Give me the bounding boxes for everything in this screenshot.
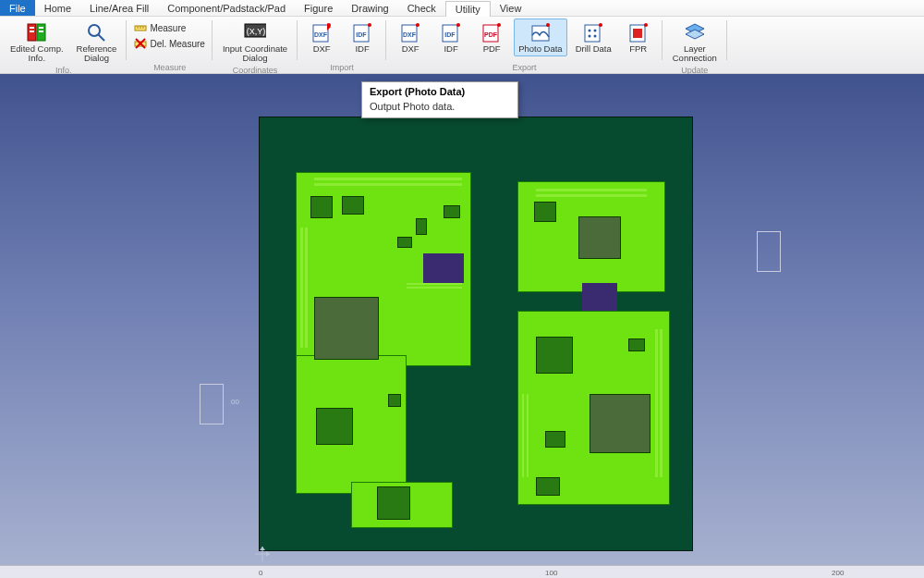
svg-text:IDF: IDF — [356, 31, 367, 38]
svg-point-22 — [368, 23, 371, 27]
marker-left-label: 00 — [231, 398, 239, 406]
export-fpr-label: FPR — [629, 44, 647, 54]
group-export-label: Export — [512, 63, 536, 73]
svg-marker-48 — [266, 551, 270, 557]
svg-text:DXF: DXF — [403, 31, 417, 38]
export-idf-button[interactable]: IDF IDF — [432, 18, 469, 56]
group-import: DXF DXF IDF IDF Import — [298, 17, 386, 73]
tab-view[interactable]: View — [491, 0, 531, 16]
ruler-tick-100: 100 — [545, 569, 557, 577]
layers-icon — [684, 21, 706, 43]
ribbon: Edited Comp. Info. Reference Dialog Info… — [0, 17, 924, 74]
svg-point-25 — [416, 23, 419, 27]
tooltip-export-photo-data: Export (Photo Data) Output Photo data. — [361, 81, 518, 118]
import-dxf-button[interactable]: DXF DXF — [303, 18, 340, 56]
svg-point-39 — [599, 23, 602, 27]
drill-data-icon — [582, 21, 604, 43]
group-import-label: Import — [330, 63, 354, 73]
origin-crosshair-icon — [255, 547, 270, 561]
svg-line-7 — [98, 34, 104, 41]
tooltip-body: Output Photo data. — [362, 99, 517, 117]
svg-point-19 — [327, 23, 331, 27]
svg-point-37 — [589, 35, 591, 38]
tab-line-area-fill[interactable]: Line/Area Fill — [80, 0, 158, 16]
svg-marker-44 — [686, 30, 704, 39]
group-measure-label: Measure — [153, 63, 186, 73]
import-dxf-label: DXF — [313, 44, 331, 54]
import-idf-label: IDF — [355, 44, 369, 54]
del-measure-label: Del. Measure — [150, 39, 204, 49]
layer-connection-button[interactable]: Layer Connection — [668, 18, 722, 66]
ruler-delete-icon — [134, 37, 147, 50]
svg-point-38 — [594, 35, 597, 38]
svg-rect-3 — [39, 27, 43, 29]
svg-rect-2 — [30, 27, 34, 29]
dxf-import-icon: DXF — [310, 21, 333, 43]
del-measure-button[interactable]: Del. Measure — [132, 36, 206, 51]
photo-data-icon — [529, 21, 552, 43]
group-info: Edited Comp. Info. Reference Dialog Info… — [0, 17, 127, 73]
magnifier-icon — [85, 21, 107, 43]
ruler-icon — [134, 21, 147, 34]
fpr-export-icon — [627, 21, 650, 43]
svg-rect-5 — [39, 31, 43, 32]
export-photo-data-label: Photo Data — [518, 44, 563, 54]
group-export: DXF DXF IDF IDF PDF PDF Photo Data Drill… — [386, 17, 663, 73]
idf-export-icon: IDF — [440, 21, 462, 43]
measure-button[interactable]: Measure — [132, 20, 206, 35]
group-update: Layer Connection Update — [663, 17, 727, 73]
svg-point-35 — [589, 30, 591, 32]
ruler-horizontal: 0 100 200 — [0, 565, 924, 578]
cursor-marker-right — [757, 231, 781, 272]
svg-rect-41 — [633, 29, 642, 38]
component-info-icon — [26, 21, 48, 43]
export-fpr-button[interactable]: FPR — [620, 18, 657, 56]
edited-comp-info-label: Edited Comp. Info. — [10, 44, 64, 63]
reference-dialog-label: Reference Dialog — [77, 44, 117, 63]
menu-bar: File Home Line/Area Fill Component/Padst… — [0, 0, 924, 17]
measure-label: Measure — [150, 23, 186, 33]
idf-import-icon: IDF — [351, 21, 373, 43]
xy-icon: (X,Y) — [244, 21, 266, 43]
export-drill-data-label: Drill Data — [576, 44, 612, 54]
svg-point-28 — [456, 23, 460, 27]
export-drill-data-button[interactable]: Drill Data — [571, 18, 616, 56]
svg-point-42 — [644, 23, 648, 27]
svg-point-31 — [497, 23, 501, 27]
export-dxf-label: DXF — [402, 44, 419, 54]
tab-check[interactable]: Check — [398, 0, 445, 16]
file-menu[interactable]: File — [0, 0, 35, 16]
tab-home[interactable]: Home — [35, 0, 80, 16]
tab-component-padstack[interactable]: Component/Padstack/Pad — [158, 0, 295, 16]
export-pdf-button[interactable]: PDF PDF — [473, 18, 510, 56]
ruler-tick-200: 200 — [832, 569, 844, 577]
pdf-export-icon: PDF — [480, 21, 503, 43]
pcb-board[interactable] — [259, 117, 693, 551]
group-measure: Measure Del. Measure Measure — [127, 17, 212, 73]
svg-text:PDF: PDF — [484, 31, 498, 38]
svg-rect-4 — [30, 31, 34, 32]
svg-text:(X,Y): (X,Y) — [247, 27, 266, 36]
tab-utility[interactable]: Utility — [445, 1, 491, 17]
design-canvas[interactable]: 00 0 100 200 — [0, 74, 924, 578]
svg-text:IDF: IDF — [444, 31, 456, 38]
import-idf-button[interactable]: IDF IDF — [344, 18, 381, 56]
export-dxf-button[interactable]: DXF DXF — [392, 18, 429, 56]
input-coordinate-dialog-button[interactable]: (X,Y) Input Coordinate Dialog — [218, 18, 292, 66]
export-photo-data-button[interactable]: Photo Data — [514, 18, 567, 56]
tab-drawing[interactable]: Drawing — [342, 0, 397, 16]
group-coordinates: (X,Y) Input Coordinate Dialog Coordinate… — [213, 17, 298, 73]
tooltip-title: Export (Photo Data) — [362, 82, 517, 99]
tab-figure[interactable]: Figure — [295, 0, 342, 16]
layer-connection-label: Layer Connection — [673, 44, 717, 63]
reference-dialog-button[interactable]: Reference Dialog — [72, 18, 122, 66]
cursor-marker-left — [200, 384, 224, 424]
edited-comp-info-button[interactable]: Edited Comp. Info. — [6, 18, 68, 66]
svg-rect-34 — [585, 25, 600, 42]
export-idf-label: IDF — [444, 44, 457, 54]
svg-marker-47 — [260, 547, 265, 550]
svg-point-36 — [594, 30, 597, 32]
svg-point-33 — [546, 23, 550, 27]
input-coordinate-dialog-label: Input Coordinate Dialog — [223, 44, 287, 63]
dxf-export-icon: DXF — [399, 21, 421, 43]
